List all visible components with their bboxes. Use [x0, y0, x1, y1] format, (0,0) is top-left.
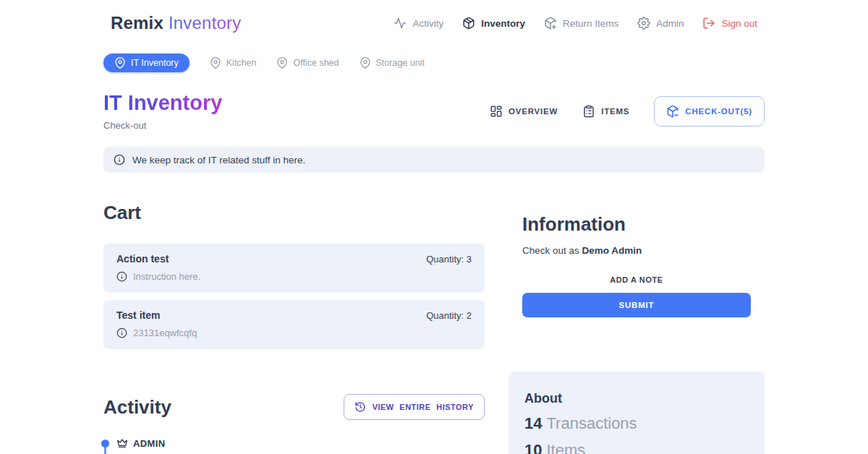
items-button[interactable]: ITEMS: [582, 105, 629, 118]
package-return-icon: [544, 17, 557, 30]
checkout-user: Demo Admin: [582, 245, 642, 256]
button-label: OVERVIEW: [509, 107, 558, 116]
stat-label: Transactions: [546, 414, 637, 432]
info-icon: [116, 271, 127, 282]
title-row: IT Inventory Check-out OVERVIEW ITEMS CH…: [103, 91, 765, 131]
cart-item-name: Action test: [116, 253, 169, 265]
tab-label: Office shed: [293, 58, 339, 68]
nav-sign-out[interactable]: Sign out: [702, 17, 757, 30]
view-history-button[interactable]: VIEW ENTIRE HISTORY: [344, 394, 485, 420]
page-title: IT Inventory: [103, 91, 222, 115]
title-block: IT Inventory Check-out: [103, 91, 222, 131]
activity-title: Activity: [103, 396, 171, 419]
cart-item-name: Test item: [116, 309, 160, 321]
top-nav: Activity Inventory Return Items Admin Si…: [393, 17, 757, 30]
location-tabs: IT Inventory Kitchen Office shed Storage…: [103, 53, 765, 72]
clipboard-list-icon: [582, 105, 595, 118]
tab-office-shed[interactable]: Office shed: [276, 53, 339, 72]
page: Remix Inventory Activity Inventory Retur…: [103, 0, 765, 454]
main-content: Cart Action test Quantity: 3 Instruction…: [103, 202, 765, 454]
nav-label: Return Items: [563, 18, 618, 29]
information-title: Information: [522, 213, 751, 236]
button-label: CHECK-OUT(5): [685, 107, 752, 116]
entry-left: ADMIN 2 months ago: [116, 437, 171, 454]
cart-item: Action test Quantity: 3 Instruction here…: [103, 244, 485, 293]
stat-label: Items: [546, 441, 585, 454]
tab-label: Storage unit: [376, 58, 425, 68]
logo-light: Inventory: [169, 13, 242, 33]
info-icon: [116, 327, 127, 338]
map-pin-icon: [210, 57, 221, 69]
nav-label: Activity: [412, 18, 443, 29]
nav-label: Inventory: [481, 18, 525, 29]
check-out-button[interactable]: CHECK-OUT(5): [654, 96, 765, 127]
activity-section: Activity VIEW ENTIRE HISTORY ADMIN: [103, 394, 485, 454]
history-icon: [354, 401, 366, 413]
info-banner: We keep track of IT related stuff in her…: [103, 147, 765, 173]
map-pin-icon: [114, 57, 126, 69]
button-label: ITEMS: [601, 107, 629, 116]
add-note-button[interactable]: ADD A NOTE: [522, 275, 751, 284]
tab-it-inventory[interactable]: IT Inventory: [103, 53, 190, 72]
button-label: VIEW ENTIRE HISTORY: [373, 403, 474, 411]
stat-value: 10: [524, 441, 542, 454]
nav-return-items[interactable]: Return Items: [544, 17, 618, 30]
timeline-dot: [101, 440, 109, 447]
cart-item-note: Instruction here.: [133, 271, 200, 282]
nav-admin[interactable]: Admin: [637, 17, 684, 30]
checkout-as-line: Check out as Demo Admin: [522, 245, 751, 256]
about-stat-items: 10Items: [524, 441, 749, 454]
checkout-prefix: Check out as: [522, 245, 582, 256]
information-section: Information Check out as Demo Admin ADD …: [509, 213, 765, 317]
tab-label: IT Inventory: [131, 58, 179, 68]
cart-item: Test item Quantity: 2 23131eqwfcqfq: [103, 300, 485, 349]
logout-icon: [702, 17, 715, 30]
activity-timeline: ADMIN 2 months ago View transaction: [103, 437, 485, 454]
cart-item-quantity: Quantity: 2: [426, 310, 472, 321]
package-minus-icon: [666, 105, 679, 118]
nav-activity[interactable]: Activity: [393, 17, 443, 30]
nav-label: Admin: [656, 18, 684, 29]
header: Remix Inventory Activity Inventory Retur…: [103, 0, 765, 33]
about-stat-transactions: 14Transactions: [524, 414, 749, 433]
tab-label: Kitchen: [226, 58, 257, 68]
tab-storage-unit[interactable]: Storage unit: [359, 53, 425, 72]
info-icon: [114, 154, 125, 166]
right-column: Information Check out as Demo Admin ADD …: [509, 202, 765, 454]
package-icon: [462, 17, 475, 30]
entry-user-label: ADMIN: [133, 438, 166, 449]
grid-icon: [490, 105, 503, 118]
logo-bold: Remix: [111, 13, 163, 33]
nav-inventory[interactable]: Inventory: [462, 17, 525, 30]
banner-text: We keep track of IT related stuff in her…: [132, 155, 305, 166]
submit-button[interactable]: SUBMIT: [522, 293, 751, 317]
map-pin-icon: [276, 57, 288, 69]
cart-item-quantity: Quantity: 3: [426, 254, 472, 265]
app-logo[interactable]: Remix Inventory: [111, 13, 241, 33]
activity-icon: [393, 17, 407, 30]
stat-value: 14: [524, 414, 542, 432]
cart-title: Cart: [103, 202, 485, 224]
cart-item-note: 23131eqwfcqfq: [133, 327, 197, 338]
left-column: Cart Action test Quantity: 3 Instruction…: [103, 202, 485, 454]
page-subtitle: Check-out: [103, 120, 222, 131]
about-card: About 14Transactions 10Items: [509, 372, 765, 454]
map-pin-icon: [359, 57, 371, 69]
gear-icon: [637, 17, 650, 30]
about-title: About: [524, 391, 749, 406]
crown-icon: [116, 437, 128, 449]
tab-kitchen[interactable]: Kitchen: [210, 53, 257, 72]
nav-label: Sign out: [721, 18, 757, 29]
view-buttons: OVERVIEW ITEMS CHECK-OUT(5): [490, 96, 765, 127]
activity-entry: ADMIN 2 months ago View transaction: [116, 437, 485, 454]
cart-list: Action test Quantity: 3 Instruction here…: [103, 244, 485, 349]
overview-button[interactable]: OVERVIEW: [490, 105, 558, 118]
